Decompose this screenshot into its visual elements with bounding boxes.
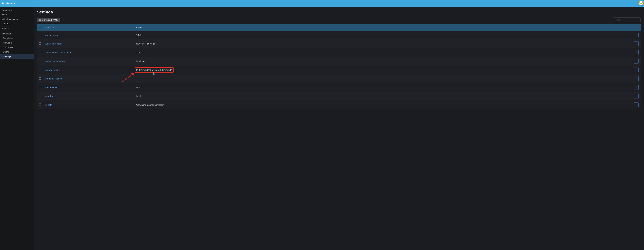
- kebab-icon: ⋮: [635, 42, 638, 45]
- topbar: [34, 0, 644, 7]
- row-name-link[interactable]: auth-token-max-ttl-minutes: [46, 51, 72, 54]
- row-value: v0.1.0: [136, 86, 142, 89]
- kebab-icon: ⋮: [635, 60, 638, 62]
- chevron-up-icon: ⌃: [30, 32, 32, 35]
- row-actions-button[interactable]: ⋮: [634, 76, 638, 81]
- table-row: ui-path/usr/share/rancher/harvester⋮: [37, 100, 641, 109]
- row-name-link[interactable]: authentication-mode: [46, 60, 65, 62]
- row-name-link[interactable]: ui-index: [46, 95, 53, 98]
- row-actions-button[interactable]: ⋮: [634, 50, 638, 55]
- row-value: /usr/share/rancher/harvester: [136, 104, 164, 106]
- sidebar-item-virtual-machines[interactable]: Virtual Machines: [0, 17, 34, 21]
- row-value: {"NIC":"eth4","ConfiguredNIC":"eth4"}: [136, 69, 172, 71]
- row-name-link[interactable]: auth-secret-name: [46, 42, 62, 45]
- column-header-actions: [630, 24, 641, 30]
- svg-rect-3: [642, 1, 643, 3]
- row-name-link[interactable]: ui-path: [46, 104, 52, 106]
- row-value: 720: [136, 51, 140, 54]
- svg-rect-4: [639, 3, 640, 4]
- main-area: Settings Download YAML: [34, 0, 644, 250]
- row-checkbox[interactable]: [39, 51, 41, 54]
- row-value: 1.1.9: [136, 34, 141, 36]
- sidebar-item-hosts[interactable]: Hosts: [0, 12, 34, 17]
- table-row: auth-token-max-ttl-minutes720⋮: [37, 48, 641, 57]
- row-value: localUser: [136, 60, 145, 62]
- table-header-row: Name ▲▼ Value: [37, 24, 641, 30]
- kebab-icon: ⋮: [635, 95, 638, 98]
- row-name-link[interactable]: no-default-admin: [46, 78, 62, 80]
- sidebar-item-volumes[interactable]: Volumes: [0, 21, 34, 26]
- download-yaml-label: Download YAML: [42, 19, 58, 21]
- filter-input[interactable]: [614, 18, 641, 22]
- row-checkbox[interactable]: [39, 77, 41, 80]
- row-checkbox[interactable]: [39, 60, 41, 62]
- settings-table: Name ▲▼ Value api-ui-version1.1.9⋮auth-s…: [37, 24, 641, 109]
- table-row: authentication-modelocalUser⋮: [37, 57, 641, 66]
- table-row: network-setting{"NIC":"eth4","Configured…: [37, 66, 641, 74]
- download-icon: [39, 19, 41, 21]
- table-row: ui-indexlocal⋮: [37, 92, 641, 100]
- row-actions-button[interactable]: ⋮: [634, 32, 638, 37]
- harvester-logo-icon: [1, 2, 5, 5]
- row-actions-button[interactable]: ⋮: [634, 85, 638, 90]
- svg-rect-8: [640, 4, 642, 6]
- row-name-link[interactable]: server-version: [46, 86, 59, 89]
- page-title: Settings: [37, 10, 641, 14]
- toolbar: Download YAML: [37, 18, 641, 22]
- row-value: harvester-key-holder: [136, 42, 156, 45]
- sidebar-item-ssh-keys[interactable]: SSH Keys: [0, 45, 34, 50]
- select-all-checkbox[interactable]: [39, 26, 41, 28]
- row-value: local: [136, 95, 141, 98]
- sidebar-item-networks[interactable]: Networks: [0, 40, 34, 45]
- row-checkbox[interactable]: [39, 42, 41, 45]
- svg-rect-6: [642, 3, 643, 4]
- table-row: server-versionv0.1.0⋮: [37, 83, 641, 92]
- kebab-icon: ⋮: [635, 86, 638, 89]
- sidebar-item-dashboard[interactable]: Dashboard: [0, 8, 34, 12]
- kebab-icon: ⋮: [635, 51, 638, 54]
- sidebar-item-images[interactable]: Images: [0, 26, 34, 30]
- page-content: Settings Download YAML: [34, 7, 644, 112]
- row-checkbox[interactable]: [39, 34, 41, 36]
- svg-rect-5: [640, 3, 642, 4]
- row-checkbox[interactable]: [39, 104, 41, 106]
- svg-rect-0: [2, 4, 3, 4]
- brand-bar: Harvester: [0, 0, 34, 7]
- row-actions-button[interactable]: ⋮: [634, 68, 638, 72]
- sidebar-group-advanced[interactable]: Advanced ⌃: [0, 32, 34, 36]
- kebab-icon: ⋮: [635, 77, 638, 80]
- row-checkbox[interactable]: [39, 95, 41, 97]
- row-name-link[interactable]: network-setting: [46, 69, 60, 71]
- download-yaml-button[interactable]: Download YAML: [37, 18, 60, 22]
- select-all-header: [37, 24, 43, 30]
- svg-rect-7: [639, 4, 640, 6]
- row-actions-button[interactable]: ⋮: [634, 102, 638, 107]
- svg-rect-9: [642, 4, 643, 6]
- table-row: auth-secret-nameharvester-key-holder⋮: [37, 39, 641, 48]
- sidebar-item-users[interactable]: Users: [0, 50, 34, 54]
- sidebar: Harvester Dashboard Hosts Virtual Machin…: [0, 0, 34, 250]
- row-actions-button[interactable]: ⋮: [634, 59, 638, 64]
- sidebar-item-settings[interactable]: Settings: [0, 54, 34, 59]
- sidebar-item-templates[interactable]: Templates: [0, 36, 34, 40]
- row-name-link[interactable]: api-ui-version: [46, 34, 58, 36]
- sidebar-group-label: Advanced: [2, 32, 12, 35]
- kebab-icon: ⋮: [635, 104, 638, 106]
- table-row: no-default-admin⋮: [37, 74, 641, 83]
- row-checkbox[interactable]: [39, 86, 41, 88]
- row-checkbox[interactable]: [39, 68, 41, 71]
- table-row: api-ui-version1.1.9⋮: [37, 30, 641, 39]
- row-actions-button[interactable]: ⋮: [634, 41, 638, 46]
- svg-rect-1: [639, 1, 640, 3]
- user-avatar-icon[interactable]: [639, 1, 643, 6]
- brand-name: Harvester: [6, 2, 16, 5]
- primary-nav: Dashboard Hosts Virtual Machines Volumes…: [0, 7, 34, 59]
- row-actions-button[interactable]: ⋮: [634, 94, 638, 98]
- kebab-icon: ⋮: [635, 68, 638, 71]
- column-header-name[interactable]: Name ▲▼: [43, 24, 134, 30]
- sort-icon: ▲▼: [52, 27, 54, 29]
- kebab-icon: ⋮: [635, 34, 638, 36]
- svg-rect-2: [640, 1, 642, 3]
- column-header-value: Value: [134, 24, 630, 30]
